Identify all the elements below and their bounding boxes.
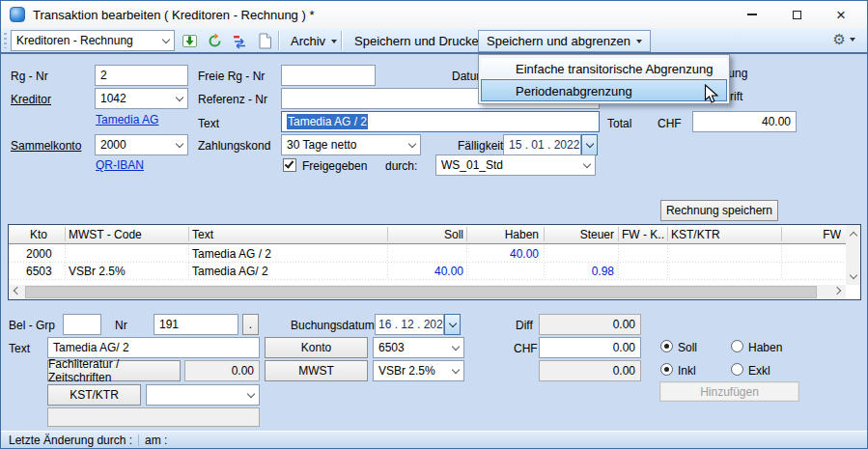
column-divider[interactable] — [466, 227, 467, 241]
settings-menu-button[interactable]: ⚙ — [833, 31, 855, 48]
soll-radio[interactable] — [660, 340, 673, 352]
kreditor-select[interactable]: 1042 — [95, 88, 188, 109]
column-header-kst[interactable]: KST/KTR — [671, 228, 777, 241]
scroll-down-button[interactable] — [846, 269, 860, 283]
nr-label: Nr — [115, 319, 127, 332]
toolbar-grip[interactable] — [4, 33, 7, 48]
save-accrue-menu-button[interactable]: Speichern und abgrenzen — [478, 30, 651, 52]
sammelkonto-label[interactable]: Sammelkonto — [11, 139, 81, 153]
currency-label: CHF — [658, 117, 682, 130]
hinzufuegen-button[interactable]: Hinzufügen — [659, 381, 799, 402]
column-divider[interactable] — [781, 227, 782, 241]
inkl-radio[interactable] — [660, 363, 673, 376]
chevron-left-icon — [14, 287, 21, 295]
detail-text-input[interactable]: Tamedia AG/ 2 — [47, 337, 260, 358]
faelligkeit-calendar-button[interactable] — [581, 134, 598, 155]
bel-grp-input[interactable] — [63, 314, 101, 335]
refresh-button[interactable] — [204, 31, 225, 51]
column-header-text[interactable]: Text — [192, 228, 385, 241]
kst-ktr-select[interactable] — [146, 384, 260, 406]
status-divider — [138, 435, 139, 446]
gear-icon: ⚙ — [833, 31, 846, 48]
table-row[interactable]: 2000 Tamedia AG / 2 40.00 — [9, 245, 846, 262]
mwst-button[interactable]: MWST — [265, 360, 368, 381]
scroll-up-button[interactable] — [846, 227, 860, 240]
column-divider[interactable] — [65, 227, 66, 241]
kreditor-value: 1042 — [100, 92, 126, 105]
import-button[interactable] — [179, 31, 200, 51]
fachliteratur-amount-field: 0.00 — [184, 360, 260, 381]
total-input[interactable]: 40.00 — [692, 111, 797, 132]
chf-input[interactable]: 0.00 — [539, 337, 641, 358]
scrollbar-thumb[interactable] — [25, 286, 817, 298]
zahlungskond-select[interactable]: 30 Tage netto — [281, 134, 421, 155]
faelligkeit-label: Fälligkeit — [458, 139, 503, 153]
chevron-down-icon — [452, 342, 460, 350]
column-divider[interactable] — [544, 227, 545, 241]
diff-field: 0.00 — [539, 314, 641, 335]
horizontal-scrollbar[interactable] — [9, 285, 846, 299]
column-header-steuer[interactable]: Steuer — [546, 228, 614, 241]
close-icon: × — [836, 7, 846, 23]
minimize-button[interactable] — [738, 5, 767, 24]
mwst-select[interactable]: VSBr 2.5% — [373, 360, 464, 381]
document-type-select[interactable]: Kreditoren - Rechnung — [11, 30, 175, 51]
chevron-down-icon — [162, 35, 170, 42]
column-header-fw[interactable]: FW — [781, 228, 841, 241]
konto-button[interactable]: Konto — [265, 337, 368, 358]
maximize-button[interactable] — [782, 5, 811, 24]
text-input[interactable]: Tamedia AG / 2 — [281, 111, 600, 132]
table-row[interactable]: 6503 VSBr 2.5% Tamedia AG/ 2 40.00 0.98 — [9, 263, 846, 279]
sammelkonto-select[interactable]: 2000 — [95, 134, 188, 155]
exkl-radio[interactable] — [731, 363, 743, 376]
kst-ktr-button[interactable]: KST/KTR — [47, 384, 141, 406]
konto-select[interactable]: 6503 — [373, 337, 464, 358]
toolbar-separator — [278, 31, 279, 50]
close-button[interactable]: × — [826, 5, 855, 24]
menu-item-einfache-abgrenzung[interactable]: Einfache transitorische Abgrenzung — [481, 57, 727, 79]
column-header-haben[interactable]: Haben — [469, 228, 539, 241]
row-divider — [9, 279, 846, 280]
durch-select[interactable]: WS_01_Std — [435, 154, 596, 176]
dot-button[interactable]: . — [242, 314, 259, 335]
column-header-fwk[interactable]: FW - K.. — [622, 228, 666, 241]
chevron-down-icon — [247, 389, 255, 397]
maximize-icon — [793, 11, 801, 19]
buchungsdatum-input[interactable]: 16 . 12 . 2021 — [375, 314, 444, 335]
inkl-label: Inkl — [678, 364, 696, 378]
column-divider[interactable] — [618, 227, 619, 241]
freie-rg-nr-input[interactable] — [281, 65, 376, 86]
scroll-right-button[interactable] — [830, 285, 844, 299]
cell-haben: 40.00 — [469, 247, 539, 261]
dropdown-arrow-icon — [331, 40, 337, 43]
archiv-label: Archiv — [291, 34, 325, 48]
column-divider[interactable] — [188, 227, 189, 241]
column-header-kto[interactable]: Kto — [30, 228, 67, 241]
kreditor-label[interactable]: Kreditor — [11, 93, 51, 106]
menu-item-periodenabgrenzung[interactable]: Periodenabgrenzung — [481, 79, 727, 101]
vertical-scrollbar[interactable] — [846, 225, 860, 285]
nr-input[interactable]: 191 — [154, 314, 238, 335]
archiv-menu-button[interactable]: Archiv — [283, 30, 345, 52]
column-header-mwst[interactable]: MWST - Code — [69, 228, 186, 241]
fachliteratur-button[interactable]: Fachliteratur / Zeitschriften — [47, 360, 181, 381]
chevron-down-icon — [176, 139, 183, 147]
kreditor-name-link[interactable]: Tamedia AG — [96, 113, 158, 126]
column-divider[interactable] — [387, 227, 388, 241]
haben-radio[interactable] — [731, 340, 743, 352]
diff-label: Diff — [516, 319, 533, 332]
chevron-down-icon — [452, 365, 460, 373]
bookings-table: Kto MWST - Code Text Soll Haben Steuer F… — [8, 224, 861, 300]
adjust-columns-button[interactable] — [229, 31, 250, 51]
scroll-left-button[interactable] — [11, 285, 24, 299]
column-divider[interactable] — [667, 227, 668, 241]
new-document-button[interactable] — [254, 31, 275, 51]
rechnung-speichern-button[interactable]: Rechnung speichern — [660, 200, 778, 221]
qr-iban-link[interactable]: QR-IBAN — [96, 158, 144, 172]
column-header-soll[interactable]: Soll — [390, 228, 463, 241]
buchungsdatum-calendar-button[interactable] — [444, 314, 461, 335]
rg-nr-input[interactable]: 2 — [95, 65, 188, 86]
freigegeben-checkbox[interactable] — [283, 158, 296, 172]
table-header: Kto MWST - Code Text Soll Haben Steuer F… — [9, 225, 846, 244]
faelligkeit-date-input[interactable]: 15 . 01 . 2022 — [503, 134, 581, 155]
